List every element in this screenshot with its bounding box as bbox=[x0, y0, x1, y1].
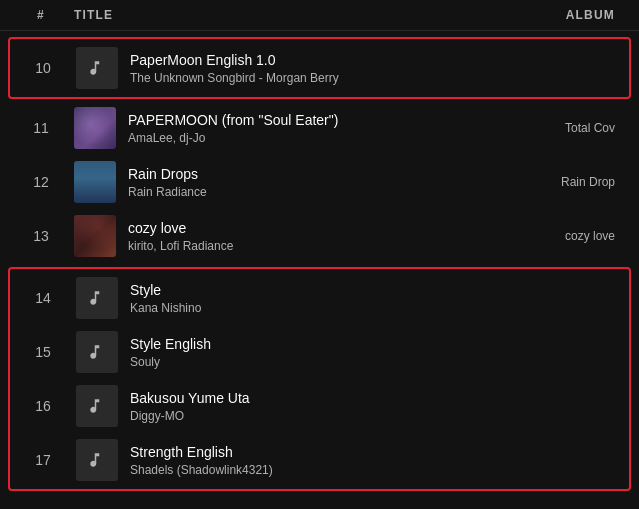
table-header: # TITLE ALBUM bbox=[0, 0, 639, 31]
music-note-icon bbox=[88, 59, 106, 77]
track-artist: Souly bbox=[130, 355, 211, 369]
track-artist: The Unknown Songbird - Morgan Berry bbox=[130, 71, 339, 85]
music-note-icon bbox=[88, 397, 106, 415]
track-title: Style English bbox=[130, 336, 211, 352]
track-info: PAPERMOON (from "Soul Eater") AmaLee, dj… bbox=[66, 107, 503, 149]
track-list: 10 PaperMoon English 1.0 The Unknown Son… bbox=[0, 31, 639, 497]
track-thumbnail bbox=[76, 385, 118, 427]
track-info: Style English Souly bbox=[68, 331, 501, 373]
track-number: 13 bbox=[16, 228, 66, 244]
track-title: Style bbox=[130, 282, 201, 298]
top-highlight-group: 10 PaperMoon English 1.0 The Unknown Son… bbox=[8, 37, 631, 99]
track-title: PaperMoon English 1.0 bbox=[130, 52, 339, 68]
track-info: cozy love kirito, Lofi Radiance bbox=[66, 215, 503, 257]
table-row[interactable]: 16 Bakusou Yume Uta Diggy-MO bbox=[10, 379, 629, 433]
col-album-header: ALBUM bbox=[503, 8, 623, 22]
track-thumbnail bbox=[76, 439, 118, 481]
track-info: Rain Drops Rain Radiance bbox=[66, 161, 503, 203]
track-title: Rain Drops bbox=[128, 166, 207, 182]
track-text-info: cozy love kirito, Lofi Radiance bbox=[128, 220, 233, 253]
table-row[interactable]: 13 cozy love kirito, Lofi Radiance cozy … bbox=[0, 209, 639, 263]
bottom-highlight-group: 14 Style Kana Nishino 15 bbox=[8, 267, 631, 491]
track-thumbnail bbox=[76, 331, 118, 373]
track-number: 12 bbox=[16, 174, 66, 190]
music-note-icon bbox=[88, 343, 106, 361]
track-text-info: PAPERMOON (from "Soul Eater") AmaLee, dj… bbox=[128, 112, 338, 145]
col-title-header: TITLE bbox=[66, 8, 503, 22]
track-info: Style Kana Nishino bbox=[68, 277, 501, 319]
track-title: cozy love bbox=[128, 220, 233, 236]
track-info: PaperMoon English 1.0 The Unknown Songbi… bbox=[68, 47, 501, 89]
track-number: 14 bbox=[18, 290, 68, 306]
col-num-header: # bbox=[16, 8, 66, 22]
table-row[interactable]: 11 PAPERMOON (from "Soul Eater") AmaLee,… bbox=[0, 101, 639, 155]
track-album: Total Cov bbox=[503, 121, 623, 135]
track-artist: Kana Nishino bbox=[130, 301, 201, 315]
track-info: Strength English Shadels (Shadowlink4321… bbox=[68, 439, 501, 481]
track-thumbnail bbox=[74, 215, 116, 257]
track-thumbnail bbox=[74, 107, 116, 149]
track-title: PAPERMOON (from "Soul Eater") bbox=[128, 112, 338, 128]
track-title: Bakusou Yume Uta bbox=[130, 390, 250, 406]
track-thumbnail bbox=[74, 161, 116, 203]
table-row[interactable]: 14 Style Kana Nishino bbox=[10, 271, 629, 325]
table-row[interactable]: 15 Style English Souly bbox=[10, 325, 629, 379]
track-text-info: Style English Souly bbox=[130, 336, 211, 369]
track-text-info: PaperMoon English 1.0 The Unknown Songbi… bbox=[130, 52, 339, 85]
track-thumbnail bbox=[76, 47, 118, 89]
track-artist: kirito, Lofi Radiance bbox=[128, 239, 233, 253]
track-number: 16 bbox=[18, 398, 68, 414]
track-text-info: Bakusou Yume Uta Diggy-MO bbox=[130, 390, 250, 423]
track-thumbnail bbox=[76, 277, 118, 319]
track-text-info: Style Kana Nishino bbox=[130, 282, 201, 315]
music-note-icon bbox=[88, 451, 106, 469]
track-album: cozy love bbox=[503, 229, 623, 243]
track-info: Bakusou Yume Uta Diggy-MO bbox=[68, 385, 501, 427]
table-row[interactable]: 17 Strength English Shadels (Shadowlink4… bbox=[10, 433, 629, 487]
track-title: Strength English bbox=[130, 444, 273, 460]
music-note-icon bbox=[88, 289, 106, 307]
track-artist: Diggy-MO bbox=[130, 409, 250, 423]
track-number: 17 bbox=[18, 452, 68, 468]
track-number: 10 bbox=[18, 60, 68, 76]
track-artist: AmaLee, dj-Jo bbox=[128, 131, 338, 145]
track-number: 11 bbox=[16, 120, 66, 136]
track-artist: Shadels (Shadowlink4321) bbox=[130, 463, 273, 477]
track-album: Rain Drop bbox=[503, 175, 623, 189]
table-row[interactable]: 10 PaperMoon English 1.0 The Unknown Son… bbox=[10, 41, 629, 95]
table-row[interactable]: 12 Rain Drops Rain Radiance Rain Drop bbox=[0, 155, 639, 209]
track-text-info: Strength English Shadels (Shadowlink4321… bbox=[130, 444, 273, 477]
track-text-info: Rain Drops Rain Radiance bbox=[128, 166, 207, 199]
track-number: 15 bbox=[18, 344, 68, 360]
track-artist: Rain Radiance bbox=[128, 185, 207, 199]
